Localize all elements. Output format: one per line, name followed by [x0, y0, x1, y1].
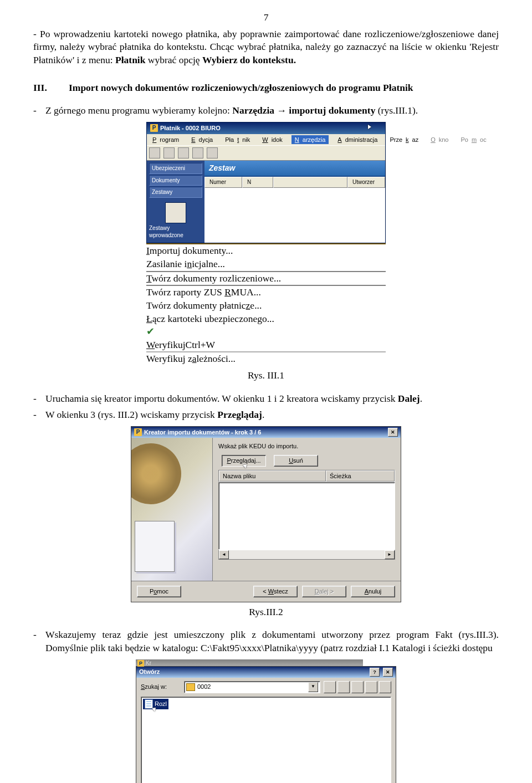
menu-narzedzia[interactable]: Narzędzia [291, 135, 329, 145]
fig1-titlebar: P Płatnik - 0002 BIURO [147, 122, 385, 134]
up-folder-icon[interactable] [324, 681, 336, 693]
section-heading: III. Import nowych dokumentów rozliczeni… [33, 81, 499, 95]
fig1-column-headers: Numer N Utworzer [204, 177, 385, 188]
dd-tworz-rozl[interactable]: Twórz dokumenty rozliczeniowe... [146, 271, 386, 285]
fig2-list-header: Nazwa pliku Ścieżka [218, 470, 395, 483]
fig2-listbox[interactable] [218, 482, 395, 550]
fig3-titlebar: Otwórz ? ✕ [136, 667, 396, 678]
app-icon: P [150, 124, 158, 132]
toolbar-icon[interactable] [207, 147, 218, 158]
toolbar-icon[interactable] [149, 147, 160, 158]
document-icon [145, 699, 153, 709]
cancel-button[interactable]: Anuluj [351, 586, 395, 597]
dd-zasilanie[interactable]: Zasilanie inicjalne... [146, 258, 386, 271]
help-icon[interactable]: ? [370, 668, 380, 677]
intro-paragraph: - Po wprowadzeniu kartoteki nowego płatn… [33, 28, 499, 67]
cursor-icon [368, 125, 371, 129]
fig2-titlebar: P Kreator importu dokumentów - krok 3 / … [131, 427, 401, 438]
fig2-caption: Rys.III.2 [33, 606, 499, 619]
dd-weryfikuj-zal: Weryfikuj zależności... [146, 351, 386, 366]
menu-okno[interactable]: Okno [427, 135, 452, 145]
dd-tworz-raporty[interactable]: Twórz raporty ZUS RMUA... [146, 285, 386, 299]
check-icon: ✔ [146, 325, 386, 339]
bullet-item-3: - W okienku 3 (rys. III.2) wciskamy przy… [33, 408, 499, 422]
sidebar-dokumenty[interactable]: Dokumenty [149, 175, 202, 186]
close-button[interactable]: ✕ [388, 428, 398, 437]
dd-weryfikuj: ✔WeryfikujCtrl+W [146, 325, 386, 351]
bullet-item-1: - Z górnego menu programu wybieramy kole… [33, 104, 499, 117]
menu-program[interactable]: Program [149, 135, 182, 145]
lookin-label: Szukaj w: [141, 683, 181, 691]
toolbar-icon[interactable] [163, 147, 175, 158]
menu-pomoc[interactable]: Pomoc [457, 135, 489, 145]
close-icon[interactable]: ✕ [383, 668, 393, 677]
list-view-icon[interactable] [365, 681, 377, 693]
fig1-caption: Rys. III.1 [33, 369, 499, 382]
chevron-down-icon[interactable]: ▼ [308, 682, 318, 692]
fig1-toolbar [147, 145, 385, 161]
scroll-left-icon[interactable]: ◄ [219, 550, 229, 559]
lookin-combo[interactable]: 0002 ▼ [184, 681, 320, 693]
fig1-dropdown: Importuj dokumenty... Zasilanie inicjaln… [146, 243, 386, 366]
page-number: 7 [33, 11, 499, 24]
sidebar-zestawy[interactable]: Zestawy [149, 187, 202, 198]
menu-przekaz[interactable]: Przekaz [386, 135, 422, 145]
fig3-open-dialog: Otwórz ? ✕ Szukaj w: 0002 ▼ Rozl [136, 666, 396, 783]
next-button: Dalej > [302, 586, 346, 597]
fig3-file-list[interactable]: Rozl [141, 697, 391, 783]
fig1-sidebar: Ubezpieczeni Dokumenty Zestawy Zestawy w… [147, 161, 204, 243]
help-button[interactable]: Pomoc [137, 586, 181, 597]
fig2-side-image [131, 438, 213, 581]
fig2-kreator-dialog: P Kreator importu dokumentów - krok 3 / … [131, 426, 401, 602]
browse-button[interactable]: Przeglądaj... [222, 455, 266, 467]
new-folder-icon[interactable] [351, 681, 364, 693]
doc-icon [146, 271, 386, 272]
toolbar-icon[interactable] [192, 147, 203, 158]
sidebar-zestawy-wprowadzone[interactable]: Zestawy wprowadzone [149, 202, 202, 239]
detail-view-icon[interactable] [379, 681, 391, 693]
fig1-platnik-window: P Płatnik - 0002 BIURO Program Edycja Pł… [146, 122, 386, 244]
app-icon: P [134, 428, 142, 436]
menu-platnik[interactable]: Płatnik [222, 135, 253, 145]
folder-icon [165, 202, 186, 223]
menu-administracja[interactable]: Administracja [334, 135, 381, 145]
fig2-footer: Pomoc < Wstecz Dalej > Anuluj [131, 581, 401, 602]
dd-lacz-kartoteki[interactable]: Łącz kartoteki ubezpieczonego... [146, 313, 386, 326]
fig1-menubar: Program Edycja Płatnik Widok Narzędzia A… [147, 134, 385, 146]
file-item[interactable]: Rozl [143, 699, 168, 709]
desktop-icon[interactable] [337, 681, 350, 693]
fig2-hscrollbar[interactable]: ◄ ► [218, 550, 395, 560]
toolbar-icon[interactable] [178, 147, 189, 158]
fig1-tab-header: Zestaw [204, 161, 385, 177]
dd-tworz-platnicze[interactable]: Twórz dokumenty płatnicze... [146, 299, 386, 313]
back-button[interactable]: < Wstecz [253, 586, 298, 597]
doc-icon [146, 285, 386, 286]
menu-widok[interactable]: Widok [259, 135, 286, 145]
folder-icon [186, 683, 195, 691]
menu-edycja[interactable]: Edycja [188, 135, 216, 145]
bullet-item-2: - Uruchamia się kreator importu dokument… [33, 392, 499, 406]
delete-button[interactable]: Usuń [274, 455, 318, 467]
dd-importuj[interactable]: Importuj dokumenty... [146, 243, 386, 258]
scroll-right-icon[interactable]: ► [385, 550, 395, 559]
fig2-instruction: Wskaż plik KEDU do importu. [218, 442, 395, 451]
bullet-item-4: - Wskazujemy teraz gdzie jest umieszczon… [33, 628, 499, 654]
sidebar-ubezpieczeni[interactable]: Ubezpieczeni [149, 163, 202, 174]
